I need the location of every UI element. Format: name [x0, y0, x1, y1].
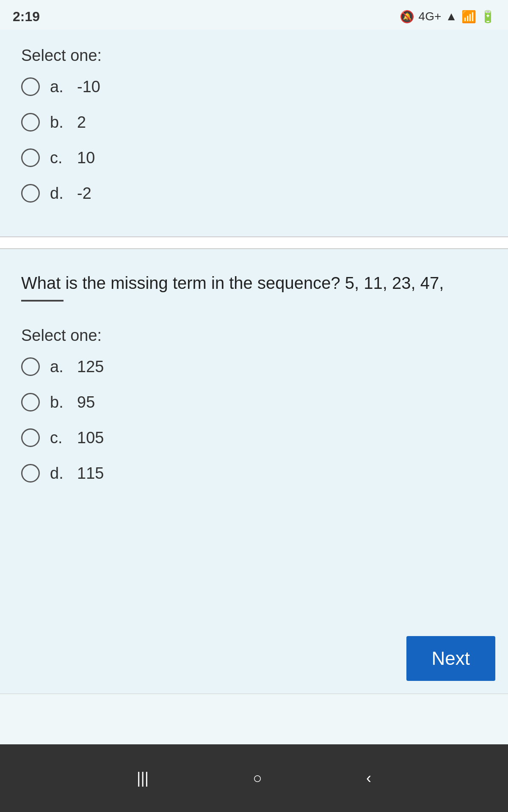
question2-block: Select one: a. 125 b. 95 c. 105 d. 115 [0, 326, 508, 623]
list-item[interactable]: d. -2 [21, 184, 487, 203]
section-divider [0, 236, 508, 249]
radio-option-b-q2[interactable] [21, 393, 40, 411]
battery-icon: 🔋 [480, 10, 495, 24]
option-letter-c-q1: c. [50, 149, 67, 167]
option-letter-a-q2: a. [50, 358, 67, 376]
question2-underline [21, 300, 64, 302]
home-button[interactable]: ○ [253, 769, 262, 787]
option-value-c-q2: 105 [77, 429, 104, 447]
question2-text-block: What is the missing term in the sequence… [0, 249, 508, 326]
option-value-b-q1: 2 [77, 113, 86, 132]
option-value-d-q2: 115 [77, 464, 104, 483]
list-item[interactable]: c. 105 [21, 428, 487, 447]
option-letter-a-q1: a. [50, 78, 67, 96]
question2-text: What is the missing term in the sequence… [21, 270, 487, 296]
select-one-label-q1: Select one: [21, 47, 487, 65]
status-time: 2:19 [13, 9, 40, 25]
list-item[interactable]: a. -10 [21, 77, 487, 96]
option-value-b-q2: 95 [77, 393, 95, 411]
status-icons: 🔕 4G+ ▲ 📶 🔋 [400, 10, 495, 24]
next-button[interactable]: Next [406, 636, 495, 681]
menu-button[interactable]: ||| [137, 769, 149, 787]
system-nav-bar: ||| ○ ‹ [0, 744, 508, 812]
option-letter-c-q2: c. [50, 429, 67, 447]
list-item[interactable]: a. 125 [21, 357, 487, 376]
option-value-d-q1: -2 [77, 184, 91, 203]
question1-block: Select one: a. -10 b. 2 c. 10 d. -2 [0, 30, 508, 236]
option-value-a-q1: -10 [77, 78, 100, 96]
radio-option-d-q1[interactable] [21, 184, 40, 203]
option-value-c-q1: 10 [77, 149, 95, 167]
signal-icon: 🔕 [400, 10, 414, 24]
select-one-label-q2: Select one: [21, 326, 487, 345]
list-item[interactable]: c. 10 [21, 148, 487, 167]
radio-option-c-q1[interactable] [21, 148, 40, 167]
nav-bar [0, 694, 508, 744]
list-item[interactable]: d. 115 [21, 464, 487, 483]
radio-option-c-q2[interactable] [21, 428, 40, 447]
option-letter-d-q1: d. [50, 184, 67, 203]
signal-bars-icon: 📶 [461, 10, 476, 24]
status-bar: 2:19 🔕 4G+ ▲ 📶 🔋 [0, 0, 508, 30]
radio-option-a-q1[interactable] [21, 77, 40, 96]
radio-option-d-q2[interactable] [21, 464, 40, 483]
radio-option-b-q1[interactable] [21, 113, 40, 132]
option-letter-d-q2: d. [50, 464, 67, 483]
next-button-area: Next [0, 623, 508, 694]
option-value-a-q2: 125 [77, 358, 104, 376]
option-letter-b-q1: b. [50, 113, 67, 132]
wifi-icon: ▲ [445, 10, 457, 23]
network-icon: 4G+ [419, 10, 442, 23]
back-button[interactable]: ‹ [366, 769, 371, 787]
radio-option-a-q2[interactable] [21, 357, 40, 376]
list-item[interactable]: b. 2 [21, 113, 487, 132]
option-letter-b-q2: b. [50, 393, 67, 411]
list-item[interactable]: b. 95 [21, 393, 487, 411]
